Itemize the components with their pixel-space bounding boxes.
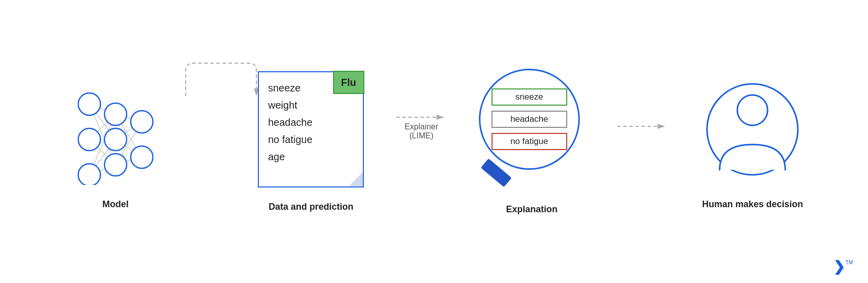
feature-weight: weight (268, 97, 354, 114)
curved-dashed-arrow (181, 61, 261, 101)
magnifier-circle: sneeze headache no fatigue (479, 69, 580, 170)
svg-point-22 (131, 146, 153, 168)
explanation-section: sneeze headache no fatigue Explanation (447, 69, 617, 215)
feature-headache: headache (268, 114, 354, 131)
watermark: ❯ TM (833, 260, 853, 274)
explanation-headache: headache (492, 111, 567, 128)
watermark-logo: ❯ (833, 260, 845, 274)
human-arrow-svg (617, 121, 668, 131)
svg-point-15 (78, 93, 100, 115)
human-section: Human makes decision (668, 74, 838, 210)
explainer-label: Explainer(LIME) (405, 122, 439, 140)
model-label: Model (102, 199, 129, 210)
diagram: Model Flu sneeze weight headache no fati… (0, 59, 868, 225)
human-label: Human makes decision (702, 199, 803, 210)
watermark-tm: TM (846, 260, 853, 265)
svg-point-29 (737, 95, 768, 125)
flu-badge: Flu (333, 71, 364, 94)
explanation-sneeze: sneeze (492, 88, 567, 106)
model-section: Model (30, 74, 201, 210)
svg-point-18 (104, 103, 127, 125)
explainer-arrow-svg (396, 112, 447, 122)
svg-marker-27 (658, 124, 665, 129)
svg-point-16 (78, 128, 100, 151)
magnifier-icon: sneeze headache no fatigue (474, 69, 590, 190)
document: Flu sneeze weight headache no fatigue ag… (258, 71, 364, 187)
data-prediction-label: Data and prediction (268, 202, 353, 212)
feature-no-fatigue: no fatigue (268, 131, 354, 148)
svg-point-17 (78, 164, 100, 185)
explanation-no-fatigue: no fatigue (492, 133, 567, 150)
document-wrapper: Flu sneeze weight headache no fatigue ag… (258, 71, 364, 187)
svg-marker-25 (437, 115, 444, 120)
human-icon (704, 74, 800, 185)
svg-point-21 (131, 111, 153, 133)
explanation-label: Explanation (506, 204, 558, 215)
feature-age: age (268, 148, 354, 165)
svg-point-19 (104, 128, 127, 151)
neural-network-icon (65, 74, 166, 185)
svg-point-20 (104, 154, 127, 176)
